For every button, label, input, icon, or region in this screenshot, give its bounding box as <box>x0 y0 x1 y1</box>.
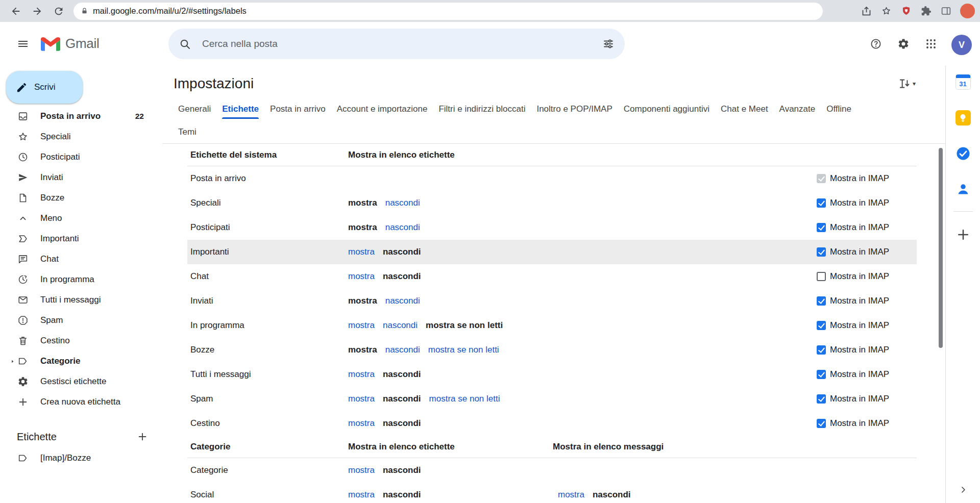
user-label-imap-bozze[interactable]: [Imap]/Bozze <box>0 448 162 468</box>
tab-generali[interactable]: Generali <box>178 97 211 121</box>
imap-checkbox[interactable] <box>817 370 826 379</box>
tab-row-2: Temi <box>178 121 945 143</box>
main-menu-button[interactable] <box>11 32 35 56</box>
tab-chat-e-meet[interactable]: Chat e Meet <box>721 97 768 121</box>
sidebar-item-posta-in-arrivo[interactable]: Posta in arrivo22 <box>0 106 162 127</box>
visibility-options: mostranascondi <box>348 490 421 500</box>
gmail-logo[interactable]: Gmail <box>41 36 99 52</box>
side-panel-button[interactable] <box>937 3 954 20</box>
label-row-posta-in-arrivo: Posta in arrivoMostra in IMAP <box>162 166 945 191</box>
sidebar-item-meno[interactable]: Meno <box>0 208 162 229</box>
visibility-option-link[interactable]: nascondi <box>383 320 418 331</box>
visibility-options: mostranascondi <box>348 247 421 257</box>
visibility-option-link[interactable]: mostra <box>348 369 375 380</box>
visibility-option-link[interactable]: nascondi <box>385 345 420 355</box>
sidebar-item-categorie[interactable]: Categorie <box>0 351 162 371</box>
bookmark-button[interactable] <box>877 3 895 20</box>
rail-app-calendar[interactable]: 31 <box>954 73 972 91</box>
browser-profile-avatar[interactable] <box>960 4 975 18</box>
sidebar-item-tutti-i-messaggi[interactable]: Tutti i messaggi <box>0 290 162 310</box>
browser-reload-button[interactable] <box>50 3 67 20</box>
browser-toolbar: mail.google.com/mail/u/2/#settings/label… <box>0 0 980 22</box>
collapse-panel-button[interactable] <box>958 485 968 495</box>
sidebar-item-in-programma[interactable]: In programma <box>0 269 162 290</box>
imap-checkbox[interactable] <box>817 419 826 428</box>
expander-icon[interactable] <box>6 358 18 365</box>
visibility-option-link[interactable]: mostra <box>348 320 375 331</box>
imap-checkbox[interactable] <box>817 321 826 330</box>
imap-label: Mostra in IMAP <box>830 222 889 233</box>
visibility-option-link[interactable]: nascondi <box>385 296 420 306</box>
extensions-button[interactable] <box>917 3 935 20</box>
trash-icon <box>17 335 29 346</box>
category-name: Social <box>190 490 214 500</box>
adblock-extension-button[interactable] <box>897 3 915 20</box>
sidebar-item-label: Tutti i messaggi <box>40 295 101 305</box>
tab-posta-in-arrivo[interactable]: Posta in arrivo <box>270 97 326 121</box>
search-button[interactable] <box>173 32 197 56</box>
tab-inoltro-e-pop-imap[interactable]: Inoltro e POP/IMAP <box>536 97 612 121</box>
visibility-option-link[interactable]: nascondi <box>385 222 420 233</box>
browser-forward-button[interactable] <box>29 3 46 20</box>
share-button[interactable] <box>857 3 875 20</box>
plus-icon <box>17 396 29 408</box>
send-icon <box>17 172 29 183</box>
tab-filtri-e-indirizzi-bloccati[interactable]: Filtri e indirizzi bloccati <box>438 97 525 121</box>
sidebar-item-gestisci-etichette[interactable]: Gestisci etichette <box>0 371 162 392</box>
tab-offline[interactable]: Offline <box>826 97 851 121</box>
support-button[interactable] <box>864 32 888 56</box>
imap-checkbox[interactable] <box>817 272 826 281</box>
visibility-option-link[interactable]: mostra <box>348 271 375 282</box>
visibility-option-link[interactable]: mostra <box>348 247 375 257</box>
sidebar-item-bozze[interactable]: Bozze <box>0 188 162 208</box>
imap-checkbox[interactable] <box>817 345 826 355</box>
visibility-option-link[interactable]: mostra se non letti <box>429 394 500 404</box>
visibility-option-link[interactable]: mostra <box>348 418 375 429</box>
imap-checkbox[interactable] <box>817 223 826 232</box>
imap-checkbox[interactable] <box>817 247 826 257</box>
tab-etichette[interactable]: Etichette <box>222 97 259 121</box>
sidebar-item-chat[interactable]: Chat <box>0 249 162 269</box>
sidebar-item-crea-nuova-etichetta[interactable]: Crea nuova etichetta <box>0 392 162 412</box>
sidebar-item-label: Posta in arrivo <box>40 111 101 121</box>
rail-app-keep[interactable] <box>954 109 972 127</box>
sidebar-item-cestino[interactable]: Cestino <box>0 331 162 351</box>
visibility-option-link[interactable]: mostra <box>348 490 375 500</box>
google-apps-button[interactable] <box>919 32 943 56</box>
sidebar-item-speciali[interactable]: Speciali <box>0 127 162 147</box>
tab-temi[interactable]: Temi <box>178 121 197 143</box>
imap-checkbox[interactable] <box>817 296 826 306</box>
sidebar-item-posticipati[interactable]: Posticipati <box>0 147 162 167</box>
sidebar-item-importanti[interactable]: Importanti <box>0 229 162 249</box>
tab-account-e-importazione[interactable]: Account e importazione <box>337 97 428 121</box>
search-input[interactable] <box>197 38 596 49</box>
search-options-button[interactable] <box>596 32 621 56</box>
sidebar: Scrivi Posta in arrivo22SpecialiPosticip… <box>0 66 162 503</box>
visibility-option-link[interactable]: mostra <box>348 394 375 404</box>
account-avatar[interactable]: V <box>951 35 972 55</box>
visibility-option-link[interactable]: mostra se non letti <box>428 345 499 355</box>
sidebar-item-inviati[interactable]: Inviati <box>0 167 162 188</box>
rail-app-contacts[interactable] <box>954 181 972 198</box>
visibility-option-link[interactable]: mostra <box>348 465 375 475</box>
label-name: Spam <box>190 394 213 404</box>
visibility-option-link[interactable]: nascondi <box>385 198 420 208</box>
visibility-option-link[interactable]: mostra <box>558 490 584 500</box>
imap-toggle: Mostra in IMAP <box>817 345 889 355</box>
compose-button[interactable]: Scrivi <box>6 71 83 104</box>
address-bar[interactable]: mail.google.com/mail/u/2/#settings/label… <box>74 3 823 20</box>
imap-checkbox[interactable] <box>817 198 826 208</box>
browser-back-button[interactable] <box>7 3 24 20</box>
site-security-icon[interactable] <box>81 7 88 15</box>
rail-app-tasks[interactable] <box>954 145 972 162</box>
input-tools-button[interactable]: ▾ <box>898 77 916 90</box>
tab-componenti-aggiuntivi[interactable]: Componenti aggiuntivi <box>624 97 709 121</box>
visibility-option-current: mostra <box>348 345 377 355</box>
create-label-plus-icon[interactable] <box>137 431 148 442</box>
settings-button[interactable] <box>891 32 916 56</box>
scrollbar-thumb[interactable] <box>939 148 943 348</box>
get-addons-button[interactable] <box>954 226 972 243</box>
imap-checkbox[interactable] <box>817 394 826 404</box>
sidebar-item-spam[interactable]: Spam <box>0 310 162 331</box>
tab-avanzate[interactable]: Avanzate <box>779 97 816 121</box>
